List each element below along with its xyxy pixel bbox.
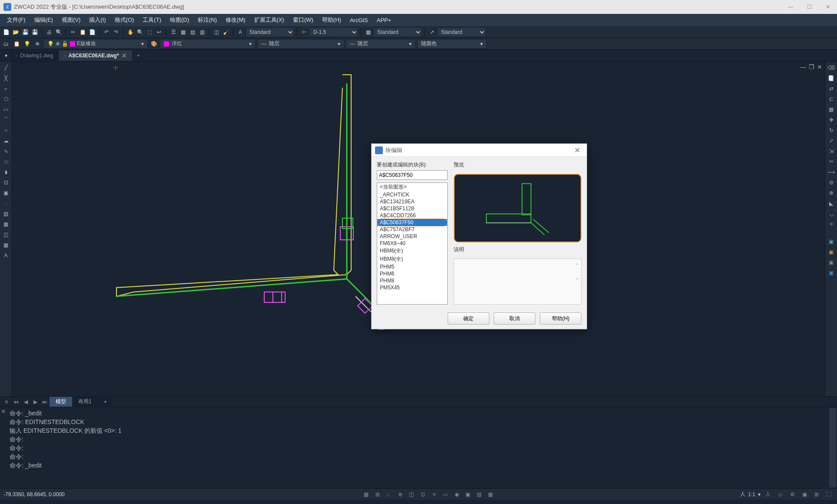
zoom-prev-icon[interactable]: ↩ [155,28,163,36]
menu-draw[interactable]: 绘图(D) [166,14,193,26]
scale-dropdown-icon[interactable]: ▾ [758,491,761,497]
lwt-toggle-icon[interactable]: ≡ [429,490,439,499]
revcloud-tool-icon[interactable]: ☁ [2,136,10,145]
hatch-tool-icon[interactable]: ▨ [2,209,10,218]
layer-states-icon[interactable]: 📋 [12,40,21,48]
dialog-close-button[interactable]: ✕ [571,146,583,155]
fillet-tool-icon[interactable]: ◡ [827,209,836,218]
insert-block-tool-icon[interactable]: ⊡ [2,178,10,187]
list-item[interactable]: A$C134219EA [377,198,447,205]
polyline-tool-icon[interactable]: ⌐ [2,84,10,93]
coordinates[interactable]: -79.3360, 68.6645, 0.0000 [3,491,116,497]
block-list[interactable]: <当前图形> _ARCHTICK A$C134219EA A$C1B5F1128… [377,182,448,305]
array-tool-icon[interactable]: ▦ [827,105,836,114]
scale-label[interactable]: 1:1 [748,491,755,497]
xline-tool-icon[interactable]: ╳ [2,74,10,83]
tool-palette-icon[interactable]: ▤ [188,28,197,36]
dyn-toggle-icon[interactable]: ▭ [441,490,450,499]
ellipse-tool-icon[interactable]: ⬭ [2,157,10,166]
sheet-set-icon[interactable]: ▥ [198,28,206,36]
spline-tool-icon[interactable]: ∿ [2,147,10,156]
open-icon[interactable]: 📂 [11,28,20,36]
drawing-canvas[interactable]: — ❐ ✕ X Y [12,62,825,396]
cmd-close-icon[interactable]: ✕ [1,408,6,415]
otrack-toggle-icon[interactable]: ⊡ [418,490,428,499]
menu-arcgis[interactable]: ArcGIS [345,15,372,25]
table-tool-icon[interactable]: ▦ [2,241,10,249]
cycle-toggle-icon[interactable]: ◉ [452,490,462,499]
ws-icon[interactable]: ⚙ [787,490,797,499]
ellipse-arc-tool-icon[interactable]: ◗ [2,168,10,176]
textstyle-icon[interactable]: A [236,28,245,36]
zoom-icon[interactable]: 🔍 [136,28,144,36]
ann-toggle-icon[interactable]: ▦ [486,490,495,499]
tab-first-icon[interactable]: ⏮ [11,398,21,406]
menu-file[interactable]: 文件(F) [3,14,30,26]
dialog-titlebar[interactable]: 块编辑 ✕ [372,144,587,157]
snap-toggle-icon[interactable]: ⊞ [373,490,382,499]
circle-tool-icon[interactable]: ○ [2,126,10,135]
move-tool-icon[interactable]: ✥ [827,116,836,124]
block-name-input[interactable] [377,170,448,180]
annovis-icon[interactable]: 人 [763,490,773,499]
save-icon[interactable]: 💾 [21,28,30,36]
maximize-button[interactable]: ☐ [804,2,815,12]
stretch-tool-icon[interactable]: ⇲ [827,147,836,156]
lineweight-select[interactable]: — 随层 ▾ [346,39,415,49]
mleaderstyle-select[interactable]: Standard [437,27,486,37]
tablestyle-icon[interactable]: ▦ [364,28,372,36]
rotate-tool-icon[interactable]: ↻ [827,126,836,135]
menu-edit[interactable]: 编辑(E) [30,14,57,26]
preview-icon[interactable]: 🔍 [54,28,63,36]
copy-tool-icon[interactable]: 📑 [827,74,836,83]
paste-icon[interactable]: 📄 [88,28,96,36]
hardware-icon[interactable]: ⊞ [812,490,821,499]
layer-freeze-icon[interactable]: ❄ [33,40,42,48]
model-toggle-icon[interactable]: ▣ [463,490,473,499]
list-item[interactable]: A$C1B5F1128 [377,205,447,212]
current-layer-select[interactable]: 💡❄🔓 E版修改 ▾ [43,39,148,49]
mleaderstyle-icon[interactable]: ↗ [428,28,436,36]
clean-icon[interactable]: 🧹 [222,28,230,36]
palette-3-icon[interactable]: ▣ [827,258,836,267]
chamfer-tool-icon[interactable]: ◣ [827,199,836,208]
menu-help[interactable]: 帮助(H) [318,14,345,26]
offset-tool-icon[interactable]: ⊏ [827,95,836,103]
mirror-tool-icon[interactable]: ⇄ [827,84,836,93]
cut-icon[interactable]: ✂ [69,28,77,36]
close-tab-icon[interactable]: ✕ [122,52,127,59]
list-item[interactable]: FM6X8~40 [377,240,447,247]
menu-tools[interactable]: 工具(T) [138,14,166,26]
ortho-toggle-icon[interactable]: ∟ [384,490,394,499]
plotstyle-select[interactable]: 随颜色 ▾ [417,39,487,49]
tablestyle-select[interactable]: Standard [373,27,422,37]
list-item[interactable]: A$C4CDD7266 [377,212,447,219]
menu-view[interactable]: 视图(V) [57,14,85,26]
palette-2-icon[interactable]: ▣ [827,248,836,256]
mtext-tool-icon[interactable]: A [2,251,10,260]
menu-format[interactable]: 格式(O) [110,14,139,26]
line-tool-icon[interactable]: ╱ [2,63,10,72]
explode-tool-icon[interactable]: ✧ [827,220,836,229]
minimize-button[interactable]: — [784,2,797,12]
region-tool-icon[interactable]: ◫ [2,230,10,239]
copy-icon[interactable]: 📋 [78,28,87,36]
block-icon[interactable]: ◫ [212,28,221,36]
trim-tool-icon[interactable]: ✂ [827,157,836,166]
rectangle-tool-icon[interactable]: ▭ [2,105,10,114]
dimstyle-icon[interactable]: ⊢ [300,28,309,36]
iso-icon[interactable]: ◇ [775,490,785,499]
make-block-tool-icon[interactable]: ▣ [2,189,10,197]
join-tool-icon[interactable]: ⊕ [827,189,836,197]
scale-tool-icon[interactable]: ⤢ [827,136,836,145]
list-item[interactable]: <当前图形> [377,183,447,191]
color-select[interactable]: 洋红 ▾ [160,39,256,49]
polygon-tool-icon[interactable]: ⬡ [2,95,10,103]
list-item[interactable]: _ARCHTICK [377,191,447,198]
linetype-select[interactable]: — 随层 ▾ [257,39,344,49]
menu-express[interactable]: 扩展工具(X) [250,14,289,26]
scroll-up-icon[interactable]: ⌃ [575,262,579,269]
clean-screen-icon[interactable]: ⛶ [824,490,834,499]
list-item[interactable]: PHM6 [377,270,447,277]
pan-icon[interactable]: ✋ [126,28,135,36]
